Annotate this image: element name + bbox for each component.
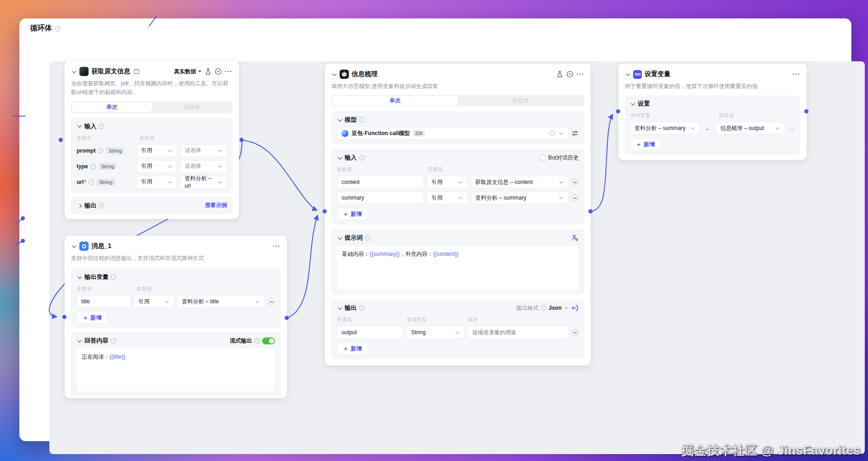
section-chevron-icon[interactable] [337, 155, 342, 160]
port-setvar-out[interactable] [804, 109, 808, 113]
node-llm[interactable]: 信息梳理 ··· 调用大语言模型,使用变量和提示词生成回复 单次 批处理 模型 [325, 64, 591, 366]
run-mode-tabs: 单次 批处理 [71, 101, 233, 113]
run-play-icon[interactable] [566, 71, 574, 78]
answer-content-textarea[interactable]: 正在阅读：{{title}} [77, 349, 275, 391]
ref-value-select[interactable]: 资料分析 – summary [471, 191, 569, 204]
var-type-select[interactable]: String [407, 326, 465, 339]
collapse-chevron-icon[interactable] [71, 243, 77, 249]
var-name-input[interactable] [337, 191, 424, 204]
remove-row-icon[interactable] [788, 124, 795, 132]
info-icon[interactable] [254, 338, 260, 343]
info-icon[interactable] [359, 155, 365, 160]
info-icon[interactable] [365, 235, 371, 241]
add-row-button[interactable]: ＋新增 [630, 138, 661, 150]
info-icon[interactable] [549, 130, 555, 136]
port-message-in[interactable] [62, 315, 66, 319]
test-run-flask-icon[interactable] [556, 71, 563, 78]
info-icon[interactable] [90, 164, 96, 169]
info-icon[interactable] [55, 26, 60, 31]
more-menu-icon[interactable]: ··· [792, 71, 800, 77]
ref-value-select[interactable]: 资料分析 – url [180, 176, 227, 189]
tab-single[interactable]: 单次 [332, 96, 458, 106]
info-icon[interactable] [99, 203, 104, 208]
port-loop-edge-b[interactable] [21, 239, 25, 243]
port-getinfo-out[interactable] [239, 138, 244, 142]
ref-mode-select[interactable]: 引用 [134, 295, 174, 308]
port-llm-out[interactable] [588, 209, 593, 213]
loop-var-select[interactable]: 资料分析 – summary [630, 122, 700, 135]
info-icon[interactable] [89, 179, 94, 185]
remove-row-icon[interactable] [571, 178, 579, 186]
ref-mode-select[interactable]: 引用 [137, 176, 177, 189]
var-name-input[interactable] [77, 295, 131, 308]
section-chevron-icon[interactable] [77, 338, 82, 343]
section-chevron-icon[interactable] [77, 274, 82, 280]
port-setvar-in[interactable] [616, 109, 620, 113]
port-getinfo-in[interactable] [59, 138, 63, 142]
section-chevron-icon[interactable] [337, 117, 342, 123]
info-icon[interactable] [111, 274, 116, 280]
info-icon[interactable] [359, 117, 365, 123]
ref-value-select[interactable]: 资料分析 – title [177, 295, 265, 308]
var-desc-input[interactable] [467, 326, 569, 339]
var-name-input[interactable] [337, 326, 404, 339]
data-mode-dropdown[interactable]: 真实数据 [174, 68, 202, 76]
add-row-button[interactable]: ＋新增 [337, 343, 368, 355]
node-message[interactable]: 消息_1 ··· 支持中间过程的消息输出，支持流式和非流式两种方式 输出变量 参… [65, 236, 287, 398]
output-format-select[interactable]: Json [549, 305, 569, 311]
node-set-variable[interactable]: Set 设置变量 ··· 用于重置循环变量的值，使其下次循环使用重置后的值 设置… [618, 64, 807, 160]
ref-mode-select[interactable]: 引用 [137, 160, 177, 173]
set-value-select[interactable]: 信息梳理 – output [716, 122, 785, 135]
info-icon[interactable] [359, 305, 365, 311]
ref-value-select[interactable]: 获取原文信息 – content [471, 176, 569, 189]
prompt-textarea[interactable]: 基础内容：{{summary}}，补充内容：{{content}} [337, 246, 579, 290]
node-title: 获取原文信息 [91, 67, 130, 76]
add-row-button[interactable]: ＋新增 [337, 208, 368, 220]
run-play-icon[interactable] [215, 68, 222, 75]
section-chevron-icon[interactable] [337, 235, 342, 241]
more-menu-icon[interactable]: ··· [576, 71, 584, 77]
section-chevron-icon[interactable] [77, 124, 82, 129]
info-icon[interactable] [541, 305, 546, 311]
section-chevron-icon[interactable] [630, 101, 635, 106]
plugin-card-icon[interactable] [133, 68, 140, 75]
remove-row-icon[interactable] [571, 194, 579, 201]
collapse-chevron-icon[interactable] [331, 71, 337, 77]
ref-mode-select[interactable]: 引用 [427, 176, 468, 189]
output-vars-panel: 输出变量 参数名 参数值 引用 资料分析 – title ＋新增 [71, 268, 281, 328]
model-settings-sliders-icon[interactable] [571, 130, 579, 137]
info-icon[interactable] [111, 338, 116, 343]
section-chevron-icon[interactable] [77, 203, 82, 208]
model-select[interactable]: 豆包·Function call模型 32K [337, 127, 569, 140]
view-example-link[interactable]: 查看示例 [205, 201, 227, 209]
collapse-chevron-icon[interactable] [71, 69, 77, 74]
port-message-out[interactable] [285, 316, 289, 320]
ref-mode-select[interactable]: 引用 [137, 144, 177, 157]
tab-batch[interactable]: 批处理 [152, 102, 232, 112]
persona-icon[interactable] [571, 234, 579, 242]
info-icon[interactable] [98, 148, 103, 154]
section-chevron-icon[interactable] [337, 305, 342, 311]
stream-output-toggle[interactable] [262, 337, 275, 344]
ref-value-select[interactable]: 请选择 [180, 160, 227, 173]
model-panel: 模型 豆包·Function call模型 32K [331, 111, 584, 144]
add-row-button[interactable]: ＋新增 [77, 312, 108, 324]
import-output-icon[interactable] [571, 304, 579, 312]
test-run-flask-icon[interactable] [204, 68, 212, 75]
ref-mode-select[interactable]: 引用 [427, 191, 468, 204]
port-loop-edge-a[interactable] [21, 216, 25, 220]
node-get-info[interactable]: 获取原文信息 真实数据 ··· 当你需要获取网页、pdf、抖音视频内容时，使用此… [65, 61, 239, 219]
more-menu-icon[interactable]: ··· [225, 68, 233, 75]
tab-single[interactable]: 单次 [72, 102, 152, 112]
ref-value-select[interactable]: 请选择 [180, 144, 227, 157]
var-name-input[interactable] [337, 176, 424, 189]
remove-row-icon[interactable] [268, 298, 275, 305]
tab-batch[interactable]: 批处理 [458, 96, 583, 106]
remove-row-icon[interactable] [571, 329, 579, 336]
col-variable-type: 变量类型 [407, 316, 467, 323]
more-menu-icon[interactable]: ··· [273, 243, 281, 249]
bot-history-checkbox[interactable] [540, 155, 546, 161]
port-llm-in[interactable] [323, 209, 327, 213]
info-icon[interactable] [99, 124, 104, 129]
collapse-chevron-icon[interactable] [625, 71, 630, 77]
